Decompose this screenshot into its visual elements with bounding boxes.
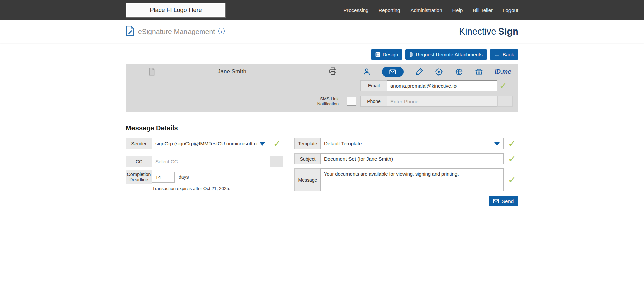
idme-logo[interactable]: ID.me (495, 68, 511, 75)
esignature-pen-icon[interactable] (415, 68, 423, 76)
days-unit-label: days (179, 174, 189, 180)
printer-icon[interactable] (328, 67, 337, 77)
fi-logo-placeholder: Place FI Logo Here (126, 3, 226, 18)
sender-row: Sender signGrp (signGrp@IMMTestCU.onmicr… (126, 138, 283, 149)
sender-valid-check: ✓ (273, 139, 281, 148)
recipient-panel: Jane Smith (126, 64, 518, 112)
design-document-icon (375, 52, 380, 57)
globe-signature-icon[interactable] (455, 68, 463, 76)
nav-item-user-bill-teller[interactable]: Bill Teller (473, 7, 493, 13)
action-toolbar: Design Request Remote Attachments ← Back (126, 49, 518, 60)
design-button-label: Design (383, 52, 398, 57)
message-valid-check: ✓ (508, 175, 516, 184)
template-label: Template (294, 138, 321, 149)
top-navbar: Place FI Logo Here Processing Reporting … (0, 0, 644, 20)
message-details-title: Message Details (126, 124, 518, 132)
fi-logo-text: Place FI Logo Here (150, 7, 202, 14)
check-icon: ✓ (499, 81, 507, 90)
back-button[interactable]: ← Back (490, 49, 518, 60)
send-button-label: Send (502, 198, 514, 204)
email-input[interactable]: anoma.premalal@kinective.io (387, 80, 497, 91)
nav-item-reporting[interactable]: Reporting (378, 7, 400, 13)
nav-item-logout[interactable]: Logout (503, 7, 518, 13)
main-nav: Processing Reporting Administration Help… (343, 7, 518, 13)
design-button[interactable]: Design (371, 49, 403, 60)
transaction-expiry-note: Transaction expires after Oct 21, 2025. (152, 186, 283, 191)
email-valid-check: ✓ (499, 80, 507, 91)
message-row: Message Your documents are available for… (294, 168, 518, 191)
sender-label: Sender (126, 138, 152, 149)
main-content: Design Request Remote Attachments ← Back… (126, 49, 518, 206)
back-arrow-icon: ← (494, 52, 500, 58)
message-details-form: Sender signGrp (signGrp@IMMTestCU.onmicr… (126, 138, 518, 206)
message-value: Your documents are available for viewing… (324, 171, 459, 177)
email-delivery-icon-selected[interactable] (382, 67, 404, 77)
message-label: Message (294, 168, 321, 191)
template-row: Template Default Template ✓ (294, 138, 518, 149)
cc-row: CC (126, 156, 283, 167)
email-label: Email (360, 80, 387, 91)
brand-name: Kinective (459, 26, 496, 37)
chevron-down-icon (260, 142, 265, 146)
info-icon[interactable]: i (218, 28, 225, 34)
target-icon[interactable] (435, 68, 443, 76)
message-details-right-column: Template Default Template ✓ Subject Docu… (294, 138, 518, 206)
recipient-user-icon[interactable] (363, 67, 371, 76)
nav-item-administration[interactable]: Administration (410, 7, 442, 13)
subject-value: Document Set (for Jane Smith) (324, 156, 393, 162)
nav-item-help[interactable]: Help (452, 7, 463, 13)
cc-disabled-box (270, 156, 283, 167)
cc-label: CC (126, 156, 152, 167)
document-set-icon (148, 67, 155, 77)
sender-dropdown[interactable]: signGrp (signGrp@IMMTestCU.onmicrosoft.c… (152, 138, 269, 149)
bank-branch-icon[interactable] (475, 68, 483, 76)
subject-row: Subject Document Set (for Jane Smith) ✓ (294, 153, 518, 164)
email-input-value: anoma.premalal@kinective.io (390, 83, 457, 89)
template-valid-check: ✓ (508, 139, 516, 148)
request-remote-attachments-button[interactable]: Request Remote Attachments (405, 49, 487, 60)
completion-deadline-row: Completion Deadline days (126, 170, 283, 184)
template-value: Default Template (324, 141, 362, 146)
sms-link-notification-label: SMS Link Notification (307, 96, 339, 106)
esignature-document-icon (126, 26, 135, 37)
brand-product: Sign (498, 26, 518, 37)
send-button[interactable]: Send (489, 196, 518, 206)
sms-link-notification-checkbox[interactable] (347, 97, 356, 106)
back-button-label: Back (503, 52, 514, 57)
recipient-name: Jane Smith (218, 64, 246, 79)
subject-input[interactable]: Document Set (for Jane Smith) (320, 153, 504, 164)
paperclip-icon (410, 52, 413, 57)
subject-valid-check: ✓ (508, 154, 516, 163)
chevron-down-icon (494, 142, 500, 146)
request-remote-attachments-label: Request Remote Attachments (416, 52, 482, 57)
completion-deadline-label: Completion Deadline (126, 170, 152, 184)
kinective-sign-logo: KinectiveSign (459, 26, 518, 37)
message-textarea[interactable]: Your documents are available for viewing… (320, 168, 504, 191)
sender-value: signGrp (signGrp@IMMTestCU.onmicrosoft.c… (155, 141, 257, 146)
nav-item-processing[interactable]: Processing (343, 7, 368, 13)
phone-disabled-box (497, 96, 513, 107)
template-dropdown[interactable]: Default Template (320, 138, 504, 149)
page-header: eSignature Management i KinectiveSign (0, 20, 644, 43)
text-cursor (457, 83, 457, 89)
send-row: Send (294, 196, 518, 206)
cc-input[interactable] (152, 156, 269, 167)
send-envelope-icon (493, 199, 499, 203)
phone-input[interactable] (387, 96, 497, 107)
phone-label: Phone (360, 96, 387, 107)
completion-deadline-input[interactable] (152, 172, 175, 183)
subject-label: Subject (294, 153, 321, 164)
message-details-left-column: Sender signGrp (signGrp@IMMTestCU.onmicr… (126, 138, 283, 191)
delivery-method-row: ID.me (363, 66, 511, 77)
page-title: eSignature Management (138, 27, 215, 36)
